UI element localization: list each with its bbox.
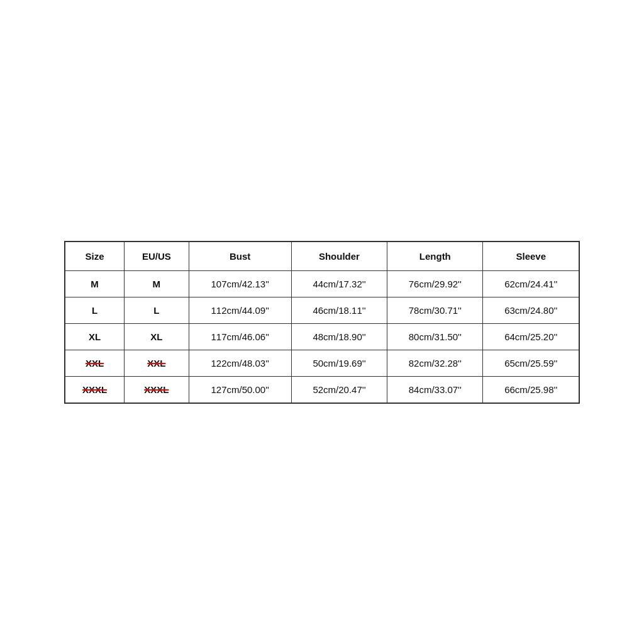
header-size: Size	[65, 242, 125, 271]
table-row: XXL XXL 122cm/48.03'' 50cm/19.69'' 82cm/…	[65, 350, 579, 376]
cell-sleeve: 63cm/24.80''	[483, 297, 579, 323]
cell-sleeve: 65cm/25.59''	[483, 350, 579, 376]
size-chart-table: Size EU/US Bust Shoulder Length Sleeve M…	[64, 241, 580, 404]
cell-size: M	[65, 270, 125, 297]
cell-bust: 112cm/44.09''	[189, 297, 291, 323]
table-row: XXXL XXXL 127cm/50.00'' 52cm/20.47'' 84c…	[65, 376, 579, 403]
cell-size: XXL	[65, 350, 125, 376]
page-wrapper: Size EU/US Bust Shoulder Length Sleeve M…	[0, 0, 644, 644]
table-row: L L 112cm/44.09'' 46cm/18.11'' 78cm/30.7…	[65, 297, 579, 323]
table-row: XL XL 117cm/46.06'' 48cm/18.90'' 80cm/31…	[65, 323, 579, 350]
cell-bust: 127cm/50.00''	[189, 376, 291, 403]
cell-eu-us: XXXL	[125, 376, 189, 403]
cell-shoulder: 52cm/20.47''	[291, 376, 387, 403]
header-bust: Bust	[189, 242, 291, 271]
header-shoulder: Shoulder	[291, 242, 387, 271]
cell-eu-us: L	[125, 297, 189, 323]
cell-eu-us: M	[125, 270, 189, 297]
cell-sleeve: 64cm/25.20''	[483, 323, 579, 350]
table-row: M M 107cm/42.13'' 44cm/17.32'' 76cm/29.9…	[65, 270, 579, 297]
cell-size: L	[65, 297, 125, 323]
header-length: Length	[387, 242, 483, 271]
table-header-row: Size EU/US Bust Shoulder Length Sleeve	[65, 242, 579, 271]
cell-shoulder: 44cm/17.32''	[291, 270, 387, 297]
cell-size: XXXL	[65, 376, 125, 403]
cell-length: 84cm/33.07''	[387, 376, 483, 403]
cell-length: 76cm/29.92''	[387, 270, 483, 297]
cell-eu-us: XL	[125, 323, 189, 350]
header-eu-us: EU/US	[125, 242, 189, 271]
header-sleeve: Sleeve	[483, 242, 579, 271]
cell-eu-us: XXL	[125, 350, 189, 376]
size-chart-container: Size EU/US Bust Shoulder Length Sleeve M…	[64, 241, 580, 404]
cell-length: 80cm/31.50''	[387, 323, 483, 350]
cell-sleeve: 66cm/25.98''	[483, 376, 579, 403]
cell-shoulder: 50cm/19.69''	[291, 350, 387, 376]
cell-shoulder: 48cm/18.90''	[291, 323, 387, 350]
cell-shoulder: 46cm/18.11''	[291, 297, 387, 323]
cell-length: 82cm/32.28''	[387, 350, 483, 376]
cell-bust: 122cm/48.03''	[189, 350, 291, 376]
cell-sleeve: 62cm/24.41''	[483, 270, 579, 297]
cell-size: XL	[65, 323, 125, 350]
cell-bust: 117cm/46.06''	[189, 323, 291, 350]
cell-length: 78cm/30.71''	[387, 297, 483, 323]
cell-bust: 107cm/42.13''	[189, 270, 291, 297]
